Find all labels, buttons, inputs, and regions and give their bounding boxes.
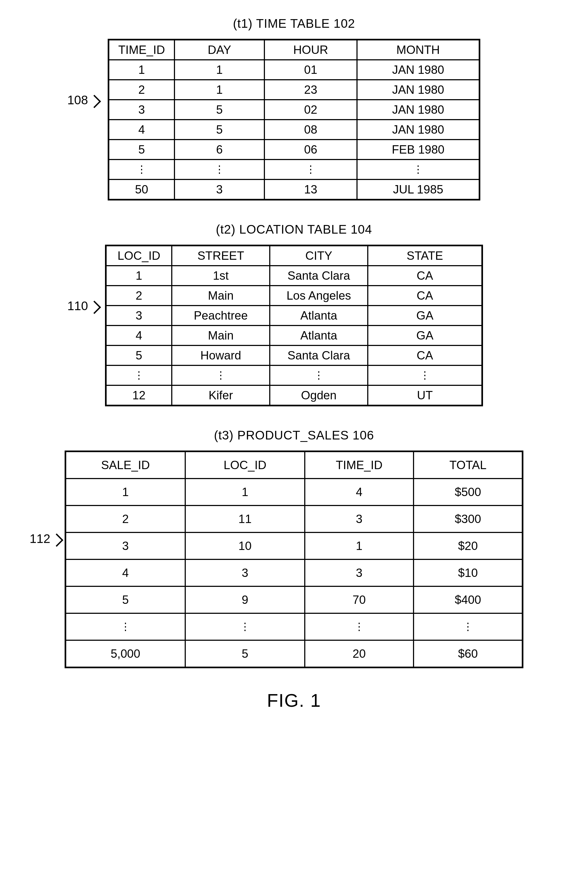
table-cell: $10 (414, 559, 523, 586)
callout-pointer-icon (88, 95, 101, 108)
table-cell: $500 (414, 478, 523, 505)
column-header: LOC_ID (106, 245, 172, 266)
table-cell: 06 (264, 140, 357, 159)
table-cell: ⋮ (264, 159, 357, 179)
table-cell: Peachtree (172, 305, 270, 326)
callout-number: 108 (67, 93, 88, 107)
table-cell: 12 (106, 385, 172, 406)
table-cell: 5 (174, 120, 264, 140)
table-cell: 23 (264, 80, 357, 100)
table-cell: CA (368, 266, 482, 286)
table-cell: ⋮ (172, 365, 270, 385)
table-row: 114$500 (65, 478, 523, 505)
table-row: 12KiferOgdenUT (106, 385, 482, 406)
column-header: TIME_ID (108, 40, 174, 60)
column-header: TOTAL (414, 451, 523, 478)
table-row: 11stSanta ClaraCA (106, 266, 482, 286)
table-cell: 5 (106, 346, 172, 365)
table-row: 4508JAN 1980 (108, 120, 480, 140)
column-header: MONTH (357, 40, 480, 60)
reference-callout: 112 (30, 531, 62, 546)
table-cell: GA (368, 326, 482, 346)
table-cell: 2 (106, 286, 172, 305)
callout-pointer-icon (50, 533, 63, 546)
table-cell: UT (368, 385, 482, 406)
data-table: LOC_IDSTREETCITYSTATE11stSanta ClaraCA2M… (105, 245, 483, 406)
table-cell: GA (368, 305, 482, 326)
reference-callout: 110 (67, 299, 99, 313)
table-row: 1101JAN 1980 (108, 60, 480, 80)
table-cell: 5 (108, 140, 174, 159)
table-cell: Ogden (270, 385, 368, 406)
table-cell: Howard (172, 346, 270, 365)
table-cell: $20 (414, 532, 523, 559)
table-cell: FEB 1980 (357, 140, 480, 159)
table-cell: Main (172, 286, 270, 305)
table-cell: ⋮ (368, 365, 482, 385)
table-cell: 3 (305, 559, 414, 586)
callout-pointer-icon (88, 301, 101, 314)
table-cell: 1 (65, 478, 185, 505)
data-table: SALE_IDLOC_IDTIME_IDTOTAL114$5002113$300… (64, 451, 524, 668)
table-cell: JAN 1980 (357, 120, 480, 140)
table-cell: 2 (108, 80, 174, 100)
table-cell: $300 (414, 505, 523, 532)
table-row: 3PeachtreeAtlantaGA (106, 305, 482, 326)
table-cell: Atlanta (270, 326, 368, 346)
callout-number: 112 (30, 531, 50, 546)
table-caption: (t3) PRODUCT_SALES 106 (27, 428, 561, 442)
table-cell: 4 (106, 326, 172, 346)
table-cell: ⋮ (270, 365, 368, 385)
table-cell: 3 (106, 305, 172, 326)
table-cell: 2 (65, 505, 185, 532)
table-cell: 11 (185, 505, 305, 532)
table-row: ⋮⋮⋮⋮ (106, 365, 482, 385)
column-header: HOUR (264, 40, 357, 60)
table-cell: Los Angeles (270, 286, 368, 305)
table-cell: JAN 1980 (357, 80, 480, 100)
table-cell: 50 (108, 179, 174, 200)
table-cell: 4 (65, 559, 185, 586)
table-row: ⋮⋮⋮⋮ (108, 159, 480, 179)
table-cell: 6 (174, 140, 264, 159)
figure-label: FIG. 1 (27, 690, 561, 711)
table-cell: 3 (108, 100, 174, 120)
table-cell: Main (172, 326, 270, 346)
table-cell: ⋮ (305, 613, 414, 640)
table-cell: 3 (305, 505, 414, 532)
table-cell: 08 (264, 120, 357, 140)
column-header: SALE_ID (65, 451, 185, 478)
table-cell: 1 (174, 80, 264, 100)
table-row: 5970$400 (65, 586, 523, 613)
table-cell: 4 (108, 120, 174, 140)
table-row: 3101$20 (65, 532, 523, 559)
table-cell: 70 (305, 586, 414, 613)
table-row: 5,000520$60 (65, 640, 523, 668)
table-row: 2113$300 (65, 505, 523, 532)
table-cell: 3 (185, 559, 305, 586)
table-cell: Kifer (172, 385, 270, 406)
table-cell: ⋮ (65, 613, 185, 640)
column-header: LOC_ID (185, 451, 305, 478)
table-cell: 1st (172, 266, 270, 286)
column-header: STREET (172, 245, 270, 266)
callout-number: 110 (67, 299, 88, 313)
table-cell: ⋮ (106, 365, 172, 385)
table-cell: 5 (65, 586, 185, 613)
table-cell: Atlanta (270, 305, 368, 326)
table-cell: 20 (305, 640, 414, 668)
table-cell: ⋮ (357, 159, 480, 179)
table-cell: 01 (264, 60, 357, 80)
table-cell: CA (368, 286, 482, 305)
table-cell: 5 (174, 100, 264, 120)
table-cell: JAN 1980 (357, 100, 480, 120)
data-table: TIME_IDDAYHOURMONTH1101JAN 19802123JAN 1… (108, 39, 480, 200)
table-cell: ⋮ (185, 613, 305, 640)
table-cell: JAN 1980 (357, 60, 480, 80)
table-cell: ⋮ (108, 159, 174, 179)
table-cell: 1 (174, 60, 264, 80)
column-header: CITY (270, 245, 368, 266)
table-caption: (t2) LOCATION TABLE 104 (27, 222, 561, 237)
table-row: 4MainAtlantaGA (106, 326, 482, 346)
table-cell: Santa Clara (270, 266, 368, 286)
